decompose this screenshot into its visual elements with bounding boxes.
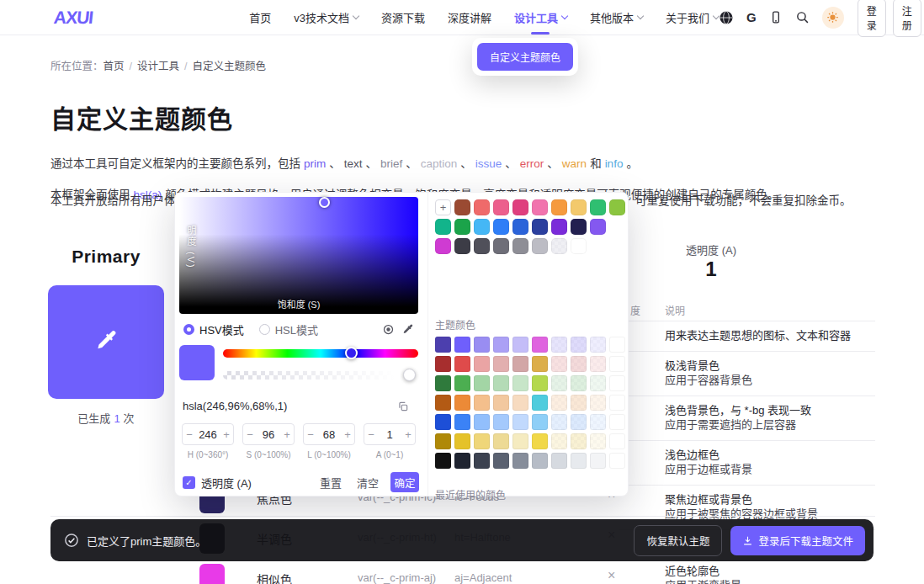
color-swatch[interactable] [532,219,548,235]
nav-item-docs[interactable]: v3技术文档 [294,0,358,35]
color-swatch[interactable] [590,414,606,430]
register-button[interactable]: 注册 [893,0,921,37]
color-swatch[interactable] [609,433,625,449]
color-swatch[interactable] [474,337,490,353]
color-swatch[interactable] [609,453,625,469]
color-link-info[interactable]: info [605,157,624,170]
color-swatch[interactable] [551,414,567,430]
color-link-text[interactable]: text [344,157,363,170]
color-swatch[interactable] [590,453,606,469]
color-swatch[interactable] [590,375,606,391]
color-swatch[interactable] [474,375,490,391]
hsl-mode-label[interactable]: HSL模式 [275,321,318,337]
color-swatch[interactable] [590,199,606,215]
color-swatch[interactable] [474,219,490,235]
color-swatch[interactable] [571,238,587,254]
logo[interactable]: AXUI [53,8,94,28]
color-swatch[interactable] [512,453,528,469]
copy-icon[interactable] [397,401,409,412]
login-button[interactable]: 登录 [858,0,886,37]
color-swatch[interactable] [590,337,606,353]
color-link-brief[interactable]: brief [380,157,402,170]
color-swatch[interactable] [609,395,625,411]
color-swatch[interactable] [590,356,606,372]
color-swatch[interactable] [590,219,606,235]
color-swatch[interactable] [454,356,470,372]
color-swatch[interactable] [571,199,587,215]
download-theme-button[interactable]: 登录后下载主题文件 [730,526,865,555]
color-swatch[interactable] [435,337,451,353]
color-swatch[interactable] [532,375,548,391]
color-swatch[interactable] [454,219,470,235]
color-swatch[interactable] [609,199,625,215]
color-swatch[interactable] [493,337,509,353]
color-swatch[interactable] [512,337,528,353]
reset-button[interactable]: 重置 [320,475,342,491]
color-swatch[interactable] [512,395,528,411]
color-swatch[interactable] [493,375,509,391]
alpha-input[interactable]: 1 [378,428,401,441]
color-swatch[interactable] [454,199,470,215]
color-swatch[interactable] [512,433,528,449]
color-swatch[interactable] [474,433,490,449]
color-swatch[interactable] [609,414,625,430]
color-swatch[interactable] [532,356,548,372]
color-swatch[interactable] [493,219,509,235]
nav-item-home[interactable]: 首页 [249,0,271,35]
clear-button[interactable]: 清空 [357,475,379,491]
nav-item-design-tools[interactable]: 设计工具 [514,0,567,35]
color-swatch[interactable] [474,199,490,215]
color-swatch[interactable] [551,337,567,353]
color-swatch[interactable] [571,395,587,411]
color-swatch[interactable] [512,375,528,391]
nav-item-other-versions[interactable]: 其他版本 [590,0,643,35]
color-swatch[interactable] [512,199,528,215]
confirm-button[interactable]: 确定 [390,472,419,492]
dropdown-item-custom-theme[interactable]: 自定义主题颜色 [477,43,573,71]
color-swatch[interactable] [551,453,567,469]
color-swatch[interactable] [493,238,509,254]
alpha-slider[interactable] [223,371,418,380]
alpha-checkbox[interactable] [183,476,195,489]
color-swatch[interactable] [454,337,470,353]
color-swatch[interactable] [590,433,606,449]
nav-item-downloads[interactable]: 资源下载 [381,0,425,35]
color-swatch[interactable] [493,414,509,430]
hsl-mode-radio[interactable] [259,324,270,335]
hue-cursor[interactable] [345,347,358,359]
color-swatch[interactable] [493,433,509,449]
color-swatch[interactable] [454,414,470,430]
color-swatch[interactable] [199,564,225,584]
color-swatch[interactable] [474,414,490,430]
language-icon[interactable] [719,10,734,25]
mobile-icon[interactable] [769,10,783,24]
color-swatch[interactable] [532,414,548,430]
alpha-cursor[interactable] [403,369,416,381]
color-swatch[interactable] [571,219,587,235]
color-swatch[interactable] [493,453,509,469]
color-swatch[interactable] [551,395,567,411]
color-swatch[interactable] [474,238,490,254]
increment-button[interactable]: + [401,428,415,441]
color-swatch[interactable] [493,356,509,372]
color-swatch[interactable] [435,238,451,254]
color-link-caption[interactable]: caption [421,157,458,170]
saturation-value-area[interactable]: 明度 (V) 饱和度 (S) [179,197,418,314]
breadcrumb-design-tools[interactable]: 设计工具 [137,61,179,72]
theme-toggle-icon[interactable] [822,7,844,29]
color-swatch[interactable] [474,356,490,372]
color-link-issue[interactable]: issue [475,157,502,170]
hue-slider[interactable] [223,349,418,358]
color-swatch[interactable] [609,337,625,353]
color-swatch[interactable] [551,433,567,449]
hsv-mode-radio[interactable] [183,324,194,335]
color-swatch[interactable] [435,395,451,411]
color-swatch[interactable] [454,453,470,469]
primary-color-swatch[interactable] [48,285,164,399]
hue-input[interactable]: 246 [196,428,220,441]
color-swatch[interactable] [551,238,567,254]
eyedropper-icon[interactable] [401,323,414,336]
color-swatch[interactable] [435,414,451,430]
color-swatch[interactable] [435,219,451,235]
increment-button[interactable]: + [341,428,354,441]
